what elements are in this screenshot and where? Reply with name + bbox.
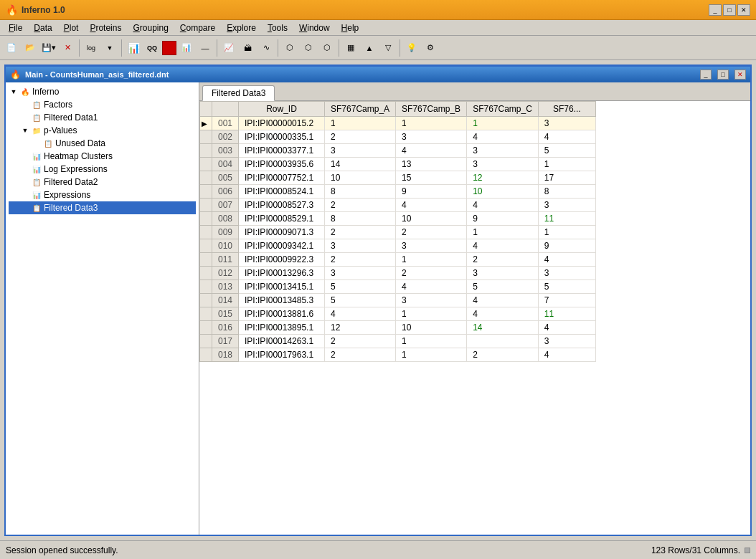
- table-row[interactable]: 009IPI:IPI00009071.32211: [200, 226, 596, 239]
- tab-panel: Filtered Data3 Row_IDSF767Camp_ASF767Cam…: [199, 82, 750, 535]
- table-row[interactable]: 018IPI:IPI00017963.12124: [200, 348, 596, 362]
- cell-camp-a: 4: [325, 307, 396, 321]
- tree-item-filtered-data2[interactable]: 📋Filtered Data2: [9, 176, 196, 188]
- open-button[interactable]: 📂: [22, 39, 39, 57]
- menu-compare[interactable]: Compare: [174, 22, 221, 34]
- table-row[interactable]: 010IPI:IPI00009342.13349: [200, 239, 596, 253]
- filter-button[interactable]: ▽: [379, 39, 397, 57]
- tree-item-inferno[interactable]: ▼🔥Inferno: [9, 85, 196, 98]
- settings-button[interactable]: ⚙: [422, 39, 439, 57]
- tree-item-expressions[interactable]: 📊Expressions: [9, 188, 196, 201]
- network2-button[interactable]: ⬡: [300, 39, 317, 57]
- table-row[interactable]: ▶001IPI:IPI00000015.21113: [200, 117, 596, 130]
- network3-button[interactable]: ⬡: [318, 39, 336, 57]
- table-row[interactable]: 008IPI:IPI00008529.1810911: [200, 212, 596, 226]
- menu-file[interactable]: File: [3, 22, 28, 34]
- menu-help[interactable]: Help: [336, 22, 365, 34]
- table-row[interactable]: 005IPI:IPI00007752.110151217: [200, 171, 596, 185]
- menu-grouping[interactable]: Grouping: [127, 22, 174, 34]
- cell-camp-c: 4: [467, 294, 539, 307]
- table-row[interactable]: 017IPI:IPI00014263.1213: [200, 335, 596, 348]
- tree-item-unused-data[interactable]: 📋Unused Data: [9, 137, 196, 150]
- table-row[interactable]: 006IPI:IPI00008524.189108: [200, 185, 596, 199]
- table-row[interactable]: 014IPI:IPI00013485.35347: [200, 294, 596, 307]
- delete-button[interactable]: ✕: [59, 39, 76, 57]
- col-header-2[interactable]: SF767Camp_B: [396, 102, 467, 117]
- table-row[interactable]: 011IPI:IPI00009922.32124: [200, 253, 596, 267]
- tree-item-heatmap-clusters[interactable]: 📊Heatmap Clusters: [9, 150, 196, 163]
- col-header-3[interactable]: SF767Camp_C: [467, 102, 539, 117]
- inner-close-button[interactable]: ✕: [734, 70, 746, 80]
- table-row[interactable]: 015IPI:IPI00013881.641411: [200, 307, 596, 321]
- tree-expand-icon[interactable]: ▼: [20, 125, 30, 135]
- menu-tools[interactable]: Tools: [262, 22, 293, 34]
- bar-plot-button[interactable]: 📊: [178, 39, 195, 57]
- close-button[interactable]: ✕: [737, 4, 750, 16]
- tree-item-icon: 📋: [32, 203, 42, 213]
- tree-item-p-values[interactable]: ▼📁p-Values: [9, 124, 196, 137]
- tree-item-factors[interactable]: 📋Factors: [9, 98, 196, 111]
- row-number: 016: [212, 321, 239, 335]
- new-button[interactable]: 📄: [3, 39, 20, 57]
- row-number: 007: [212, 199, 239, 212]
- histogram-button[interactable]: 📊: [125, 39, 142, 57]
- tree-expand-icon: [20, 100, 30, 110]
- col-header-0[interactable]: Row_ID: [239, 102, 325, 117]
- wave-button[interactable]: ∿: [257, 39, 275, 57]
- tree-item-filtered-data1[interactable]: 📋Filtered Data1: [9, 111, 196, 124]
- row-id-cell: IPI:IPI00013415.1: [239, 280, 325, 294]
- table-row[interactable]: 007IPI:IPI00008527.32443: [200, 199, 596, 212]
- table-row[interactable]: 002IPI:IPI00000335.12344: [200, 130, 596, 144]
- row-id-cell: IPI:IPI00008529.1: [239, 212, 325, 226]
- cell-camp-b: 4: [396, 144, 467, 158]
- menu-window[interactable]: Window: [293, 22, 336, 34]
- qq-button[interactable]: QQ: [143, 39, 161, 57]
- cell-camp-d: 4: [538, 130, 595, 144]
- inner-maximize-button[interactable]: □: [717, 70, 729, 80]
- cell-camp-c: 4: [467, 199, 539, 212]
- status-message: Session opened successfully.: [6, 545, 651, 555]
- table-row[interactable]: 003IPI:IPI00003377.13435: [200, 144, 596, 158]
- col-header-4[interactable]: SF76...: [538, 102, 595, 117]
- red-plot-button[interactable]: [162, 41, 176, 55]
- cell-camp-b: 10: [396, 321, 467, 335]
- menu-explore[interactable]: Explore: [221, 22, 262, 34]
- bulb-button[interactable]: 💡: [403, 39, 420, 57]
- network1-button[interactable]: ⬡: [281, 39, 298, 57]
- maximize-button[interactable]: □: [723, 4, 736, 16]
- row-id-cell: IPI:IPI00008527.3: [239, 199, 325, 212]
- table-row[interactable]: 012IPI:IPI00013296.33233: [200, 267, 596, 280]
- cell-camp-d: 4: [538, 321, 595, 335]
- tree-expand-icon[interactable]: ▼: [9, 87, 19, 97]
- inner-content: ▼🔥Inferno📋Factors📋Filtered Data1▼📁p-Valu…: [6, 82, 750, 535]
- title-bar: 🔥 Inferno 1.0 _ □ ✕: [0, 0, 756, 20]
- inner-title-bar: 🔥 Main - CountsHuman_asis_filtered.dnt _…: [6, 67, 750, 82]
- save-dropdown-button[interactable]: 💾▾: [40, 39, 57, 57]
- tree-item-log-expressions[interactable]: 📊Log Expressions: [9, 163, 196, 176]
- row-arrow-cell: [200, 212, 212, 226]
- volcano-button[interactable]: 🏔: [239, 39, 256, 57]
- menu-data[interactable]: Data: [28, 22, 57, 34]
- line-plot-button[interactable]: 📈: [220, 39, 237, 57]
- table-row[interactable]: 004IPI:IPI00003935.6141331: [200, 158, 596, 171]
- inner-minimize-button[interactable]: _: [700, 70, 712, 80]
- transform-button[interactable]: ▼: [101, 39, 118, 57]
- tree-item-filtered-data3[interactable]: 📋Filtered Data3: [9, 201, 196, 214]
- triangle-button[interactable]: ▲: [361, 39, 378, 57]
- data-grid-container[interactable]: Row_IDSF767Camp_ASF767Camp_BSF767Camp_CS…: [199, 101, 750, 535]
- row-arrow-cell: [200, 144, 212, 158]
- status-bar: Session opened successfully. 123 Rows/31…: [0, 540, 756, 559]
- minimize-button[interactable]: _: [709, 4, 722, 16]
- log-button[interactable]: log: [82, 39, 100, 57]
- menu-proteins[interactable]: Proteins: [84, 22, 127, 34]
- table-row[interactable]: 013IPI:IPI00013415.15455: [200, 280, 596, 294]
- col-header-1[interactable]: SF767Camp_A: [325, 102, 396, 117]
- minus-button[interactable]: —: [197, 39, 214, 57]
- cell-camp-b: 1: [396, 117, 467, 130]
- cell-camp-c: 4: [467, 130, 539, 144]
- heatmap-button[interactable]: ▦: [342, 39, 359, 57]
- table-row[interactable]: 016IPI:IPI00013895.11210144: [200, 321, 596, 335]
- menu-plot[interactable]: Plot: [58, 22, 85, 34]
- col-arrow-header: [200, 102, 212, 117]
- tab-filtered-data3[interactable]: Filtered Data3: [202, 85, 275, 101]
